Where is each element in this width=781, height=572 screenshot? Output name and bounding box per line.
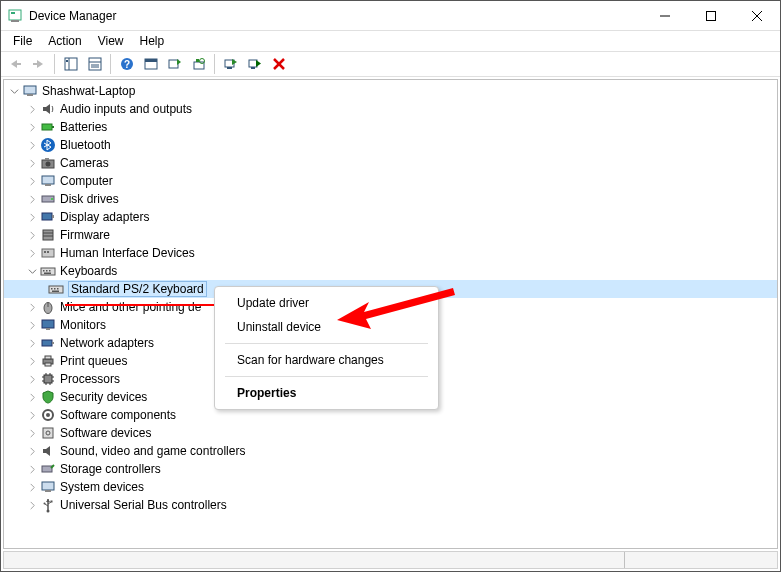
chevron-right-icon[interactable]	[26, 499, 38, 511]
chevron-right-icon[interactable]	[26, 481, 38, 493]
svg-rect-59	[52, 291, 59, 293]
properties-button[interactable]	[83, 53, 106, 75]
tree-item-storage[interactable]: Storage controllers	[4, 460, 777, 478]
svg-rect-65	[52, 342, 54, 344]
tree-item-hid[interactable]: Human Interface Devices	[4, 244, 777, 262]
scan-hardware-button[interactable]	[187, 53, 210, 75]
tree-item-bluetooth[interactable]: Bluetooth	[4, 136, 777, 154]
tree-item-label: Sound, video and game controllers	[60, 444, 245, 458]
computer-icon	[40, 173, 56, 189]
svg-rect-56	[51, 288, 53, 290]
svg-rect-63	[46, 328, 50, 330]
action-button[interactable]	[139, 53, 162, 75]
tree-item-label: Keyboards	[60, 264, 117, 278]
tree-item-cameras[interactable]: Cameras	[4, 154, 777, 172]
toolbar: ?	[1, 51, 780, 77]
menu-help[interactable]: Help	[132, 32, 173, 50]
mouse-icon	[40, 299, 56, 315]
tree-item-computer[interactable]: Computer	[4, 172, 777, 190]
menu-file[interactable]: File	[5, 32, 40, 50]
minimize-button[interactable]	[642, 1, 688, 31]
tree-item-usb[interactable]: Universal Serial Bus controllers	[4, 496, 777, 514]
tree-item-label: Storage controllers	[60, 462, 161, 476]
svg-rect-32	[42, 124, 52, 130]
update-driver-button[interactable]	[163, 53, 186, 75]
software-component-icon	[40, 407, 56, 423]
uninstall-device-button[interactable]	[267, 53, 290, 75]
chevron-right-icon[interactable]	[26, 175, 38, 187]
chevron-down-icon[interactable]	[26, 265, 38, 277]
svg-rect-51	[43, 270, 45, 272]
svg-rect-25	[227, 67, 232, 69]
disk-icon	[40, 191, 56, 207]
chevron-right-icon[interactable]	[26, 373, 38, 385]
chevron-right-icon[interactable]	[26, 121, 38, 133]
enable-device-button[interactable]	[219, 53, 242, 75]
tree-item-label: Shashwat-Laptop	[42, 84, 135, 98]
tree-item-sound[interactable]: Sound, video and game controllers	[4, 442, 777, 460]
window-title: Device Manager	[29, 9, 116, 23]
tree-item-label: Monitors	[60, 318, 106, 332]
svg-rect-22	[196, 59, 199, 62]
processor-icon	[40, 371, 56, 387]
ctx-uninstall-device[interactable]: Uninstall device	[215, 315, 438, 339]
chevron-right-icon[interactable]	[26, 319, 38, 331]
chevron-right-icon[interactable]	[26, 391, 38, 403]
svg-rect-57	[54, 288, 56, 290]
tree-item-system[interactable]: System devices	[4, 478, 777, 496]
tree-item-sw-devices[interactable]: Software devices	[4, 424, 777, 442]
status-bar	[3, 551, 778, 569]
chevron-right-icon[interactable]	[26, 301, 38, 313]
tree-root[interactable]: Shashwat-Laptop	[4, 82, 777, 100]
svg-rect-87	[51, 501, 53, 503]
tree-item-keyboards[interactable]: Keyboards	[4, 262, 777, 280]
tree-item-firmware[interactable]: Firmware	[4, 226, 777, 244]
system-icon	[40, 479, 56, 495]
chevron-right-icon[interactable]	[26, 157, 38, 169]
tree-item-audio[interactable]: Audio inputs and outputs	[4, 100, 777, 118]
back-button[interactable]	[3, 53, 26, 75]
chevron-right-icon[interactable]	[26, 427, 38, 439]
chevron-down-icon[interactable]	[8, 85, 20, 97]
svg-rect-62	[42, 320, 54, 328]
chevron-right-icon[interactable]	[26, 337, 38, 349]
help-button[interactable]: ?	[115, 53, 138, 75]
tree-item-label: Mice and other pointing de	[60, 300, 201, 314]
svg-rect-52	[46, 270, 48, 272]
tree-item-disk[interactable]: Disk drives	[4, 190, 777, 208]
chevron-right-icon[interactable]	[26, 139, 38, 151]
display-adapter-icon	[40, 209, 56, 225]
chevron-right-icon[interactable]	[26, 445, 38, 457]
ctx-properties[interactable]: Properties	[215, 381, 438, 405]
chevron-right-icon[interactable]	[26, 229, 38, 241]
svg-rect-64	[42, 340, 52, 346]
show-hide-tree-button[interactable]	[59, 53, 82, 75]
forward-button[interactable]	[27, 53, 50, 75]
chevron-right-icon[interactable]	[26, 247, 38, 259]
ctx-scan-hardware[interactable]: Scan for hardware changes	[215, 348, 438, 372]
maximize-button[interactable]	[688, 1, 734, 31]
chevron-right-icon[interactable]	[26, 103, 38, 115]
chevron-right-icon[interactable]	[26, 463, 38, 475]
chevron-right-icon[interactable]	[26, 409, 38, 421]
context-menu-separator	[225, 343, 428, 344]
tree-item-label: Batteries	[60, 120, 107, 134]
ctx-update-driver[interactable]: Update driver	[215, 291, 438, 315]
close-button[interactable]	[734, 1, 780, 31]
software-device-icon	[40, 425, 56, 441]
menu-view[interactable]: View	[90, 32, 132, 50]
annotation-underline	[65, 304, 217, 306]
chevron-right-icon[interactable]	[26, 355, 38, 367]
tree-item-label: Display adapters	[60, 210, 149, 224]
svg-rect-4	[707, 11, 716, 20]
tree-item-batteries[interactable]: Batteries	[4, 118, 777, 136]
menu-action[interactable]: Action	[40, 32, 89, 50]
disable-device-button[interactable]	[243, 53, 266, 75]
tree-item-display[interactable]: Display adapters	[4, 208, 777, 226]
svg-rect-83	[42, 482, 54, 490]
security-icon	[40, 389, 56, 405]
chevron-right-icon[interactable]	[26, 193, 38, 205]
title-bar: Device Manager	[1, 1, 780, 31]
sound-icon	[40, 443, 56, 459]
chevron-right-icon[interactable]	[26, 211, 38, 223]
